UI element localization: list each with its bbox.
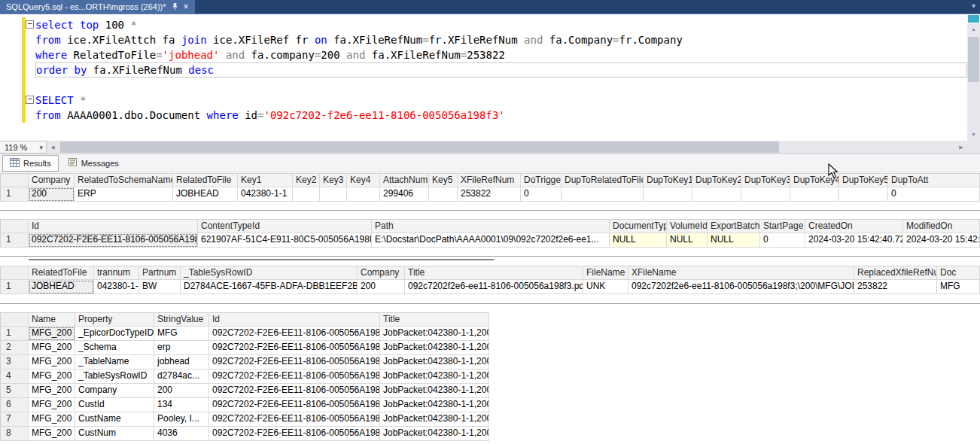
horizontal-scrollbar[interactable] <box>59 141 955 154</box>
grid-cell[interactable]: 092C7202-F2E6-EE11-8106-005056A198F3 <box>209 384 380 398</box>
grid-cell[interactable]: 2024-03-20 15:42:40.727 <box>805 233 903 248</box>
grid-cell[interactable]: 092c7202f2e6-ee11-8106-005056a198f3;\200… <box>628 280 854 294</box>
select-all-corner[interactable] <box>0 266 29 280</box>
grid-cell[interactable]: CustNum <box>75 427 154 441</box>
grid-cell[interactable] <box>293 187 320 202</box>
grid-cell[interactable]: 092C7202-F2E6-EE11-8106-005056A198F3 <box>209 355 380 369</box>
grid-cell[interactable]: MFG <box>937 280 980 294</box>
column-header-_TableSysRowID[interactable]: _TableSysRowID <box>181 266 358 280</box>
scroll-left-arrow-icon[interactable]: ◀ <box>47 141 59 154</box>
column-header-Company[interactable]: Company <box>358 266 405 280</box>
column-header-DupToRelatedToFile[interactable]: DupToRelatedToFile <box>562 173 644 187</box>
document-tab[interactable]: SQLQuery5.sql - es...ORTH\mgross (264))*… <box>0 0 195 14</box>
grid-cell[interactable]: CustName <box>75 412 154 427</box>
column-header-FileName[interactable]: FileName <box>583 266 628 280</box>
row-header[interactable]: 6 <box>0 398 29 412</box>
row-header[interactable]: 7 <box>0 412 29 427</box>
grid-cell[interactable]: CustId <box>75 398 154 412</box>
column-header-ModifiedOn[interactable]: ModifiedOn <box>903 219 980 233</box>
column-header-Key4[interactable]: Key4 <box>347 173 380 187</box>
column-header-Key5[interactable]: Key5 <box>429 173 458 187</box>
grid-cell[interactable]: JobPacket:042380-1-1,200 <box>380 341 489 355</box>
grid-cell[interactable]: 092C7202-F2E6-EE11-8106-005056A198F3 <box>209 412 380 427</box>
grid-cell[interactable]: 200 <box>29 187 75 202</box>
grid-cell[interactable] <box>741 187 790 202</box>
column-header-StringValue[interactable]: StringValue <box>154 312 209 327</box>
grid-cell[interactable] <box>429 187 458 202</box>
grid-cell[interactable]: _Schema <box>75 341 154 355</box>
select-all-corner[interactable] <box>0 219 29 233</box>
grid-cell[interactable]: 200 <box>358 280 405 294</box>
column-header-CreatedOn[interactable]: CreatedOn <box>805 219 903 233</box>
grid-cell[interactable]: 4036 <box>154 427 209 441</box>
grid-cell[interactable]: 253822 <box>458 187 521 202</box>
column-header-Partnum[interactable]: Partnum <box>139 266 181 280</box>
grid-cell[interactable]: MFG_200 <box>29 369 75 384</box>
grid-cell[interactable]: NULL <box>667 233 708 248</box>
column-header-Doc[interactable]: Doc <box>937 266 980 280</box>
splitter-handle[interactable] <box>29 259 494 260</box>
select-all-corner[interactable] <box>0 312 29 327</box>
grid-cell[interactable]: ERP <box>75 187 173 202</box>
column-header-RelatedToFile[interactable]: RelatedToFile <box>173 173 238 187</box>
column-header-RelatedToFile[interactable]: RelatedToFile <box>29 266 94 280</box>
grid-cell[interactable]: 200 <box>154 384 209 398</box>
horizontal-scrollbar-thumb[interactable] <box>60 141 779 153</box>
column-header-DupToKey2[interactable]: DupToKey2 <box>692 173 741 187</box>
grid-cell[interactable]: MFG_200 <box>29 427 75 441</box>
grid-cell[interactable]: 042380-1-1 <box>94 280 139 294</box>
grid-cell[interactable]: 0 <box>888 187 980 202</box>
grid-cell[interactable]: MFG_200 <box>29 341 75 355</box>
grid-cell[interactable]: d2784ac... <box>154 369 209 384</box>
grid-cell[interactable]: JobPacket:042380-1-1,200 <box>380 398 489 412</box>
column-header-ReplacedXfileRefNum[interactable]: ReplacedXfileRefNum <box>854 266 937 280</box>
grid-cell[interactable]: 0 <box>760 233 805 248</box>
column-header-Key1[interactable]: Key1 <box>238 173 293 187</box>
scroll-up-arrow-icon[interactable]: ▲ <box>967 23 980 35</box>
grid-cell[interactable] <box>790 187 839 202</box>
sql-editor[interactable]: −select top 100 *from ice.XFileAttch fa … <box>0 14 967 141</box>
grid-cell[interactable]: MFG_200 <box>29 398 75 412</box>
row-header[interactable]: 8 <box>0 427 29 441</box>
scroll-right-arrow-icon[interactable]: ▶ <box>955 141 967 154</box>
grid-splitter[interactable] <box>0 210 980 213</box>
grid-cell[interactable]: NULL <box>610 233 667 248</box>
grid-cell[interactable]: D2784ACE-1667-45FB-ADFA-DBB1EEF2B0C8 <box>181 280 358 294</box>
column-header-trannum[interactable]: trannum <box>94 266 139 280</box>
column-header-Title[interactable]: Title <box>380 312 489 327</box>
column-header-DupToKey1[interactable]: DupToKey1 <box>644 173 692 187</box>
column-header-DupToKey3[interactable]: DupToKey3 <box>741 173 790 187</box>
collapse-minus-icon[interactable]: − <box>26 20 34 29</box>
column-header-ExportBatch[interactable]: ExportBatch <box>708 219 760 233</box>
column-header-DupToKey5[interactable]: DupToKey5 <box>839 173 888 187</box>
column-header-Id[interactable]: Id <box>209 312 380 327</box>
pin-icon[interactable] <box>172 2 178 12</box>
row-header[interactable]: 1 <box>0 187 29 202</box>
scroll-down-arrow-icon[interactable]: ▼ <box>967 129 980 141</box>
column-header-DupToAtt[interactable]: DupToAtt <box>888 173 980 187</box>
code-line[interactable]: −select top 100 * <box>0 17 967 32</box>
grid-cell[interactable]: 092C7202-F2E6-EE11-8106-005056A198F3 <box>209 327 380 341</box>
grid-cell[interactable]: erp <box>154 341 209 355</box>
code-line[interactable]: from ice.XFileAttch fa join ice.XFileRef… <box>0 32 967 47</box>
select-all-corner[interactable] <box>0 173 29 187</box>
column-header-Company[interactable]: Company <box>29 173 75 187</box>
editor-vertical-scrollbar[interactable]: ▲ ▼ <box>967 14 980 141</box>
grid-cell[interactable]: MFG_200 <box>29 355 75 369</box>
grid-cell[interactable]: JobPacket:042380-1-1,200 <box>380 412 489 427</box>
grid-cell[interactable] <box>839 187 888 202</box>
column-header-DoTrigger[interactable]: DoTrigger <box>521 173 562 187</box>
code-line[interactable] <box>0 78 967 93</box>
zoom-dropdown[interactable]: 119 % ▾ <box>0 141 47 154</box>
grid-cell[interactable]: _EpicorDocTypeID <box>75 327 154 341</box>
grid-cell[interactable]: JOBHEAD <box>173 187 238 202</box>
row-header[interactable]: 1 <box>0 233 29 248</box>
row-header[interactable]: 4 <box>0 369 29 384</box>
grid-cell[interactable]: 134 <box>154 398 209 412</box>
grid-cell[interactable]: MFG_200 <box>29 412 75 427</box>
row-header[interactable]: 1 <box>0 280 29 294</box>
grid-cell[interactable]: JobPacket:042380-1-1,200 <box>380 384 489 398</box>
grid-cell[interactable]: 092C7202-F2E6-EE11-8106-005056A198F3 <box>209 427 380 441</box>
code-line[interactable]: order by fa.XFileRefNum desc <box>0 62 967 78</box>
grid-cell[interactable]: BW <box>139 280 181 294</box>
